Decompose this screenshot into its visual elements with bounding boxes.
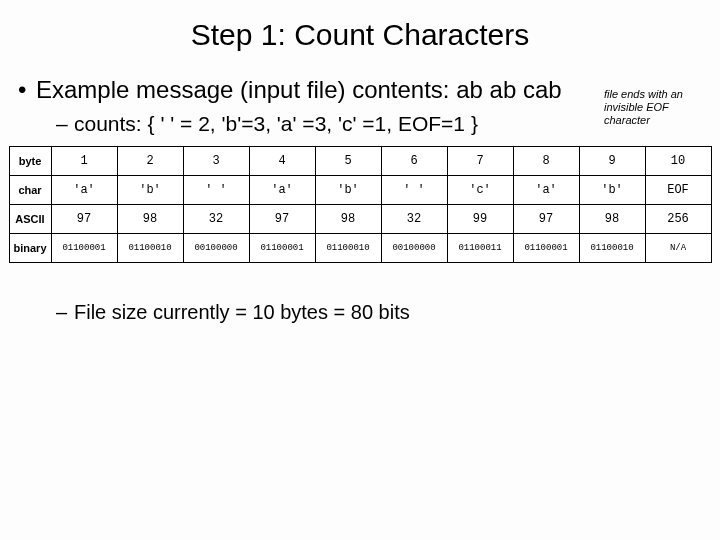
cell: 01100010 [315,233,381,262]
table-row: char 'a' 'b' ' ' 'a' 'b' ' ' 'c' 'a' 'b'… [9,175,711,204]
cell: 'a' [51,175,117,204]
cell: 01100011 [447,233,513,262]
cell: N/A [645,233,711,262]
cell: 97 [513,204,579,233]
cell: 97 [51,204,117,233]
table-row: ASCII 97 98 32 97 98 32 99 97 98 256 [9,204,711,233]
cell: 98 [315,204,381,233]
cell: ' ' [381,175,447,204]
cell: 'a' [249,175,315,204]
cell: 2 [117,146,183,175]
cell: 256 [645,204,711,233]
cell: 99 [447,204,513,233]
cell: 8 [513,146,579,175]
cell: 'b' [579,175,645,204]
cell: 98 [579,204,645,233]
cell: 01100001 [513,233,579,262]
row-header-byte: byte [9,146,51,175]
cell: 3 [183,146,249,175]
cell: 32 [381,204,447,233]
cell: 9 [579,146,645,175]
table-row: binary 01100001 01100010 00100000 011000… [9,233,711,262]
bullet-file-size: File size currently = 10 bytes = 80 bits [0,263,720,324]
cell: 01100001 [51,233,117,262]
cell: 'c' [447,175,513,204]
row-header-binary: binary [9,233,51,262]
cell: 01100010 [579,233,645,262]
cell: 'b' [315,175,381,204]
row-header-ascii: ASCII [9,204,51,233]
cell: 01100010 [117,233,183,262]
row-header-char: char [9,175,51,204]
cell: 7 [447,146,513,175]
page-title: Step 1: Count Characters [0,0,720,76]
bullet-counts: counts: { ' ' = 2, 'b'=3, 'a' =3, 'c' =1… [0,104,720,136]
cell: 6 [381,146,447,175]
cell: 00100000 [183,233,249,262]
eof-note-line-1: file ends with an [604,88,683,100]
cell: 1 [51,146,117,175]
cell: 'b' [117,175,183,204]
cell: 97 [249,204,315,233]
cell: ' ' [183,175,249,204]
cell: 32 [183,204,249,233]
cell: 01100001 [249,233,315,262]
byte-table: byte 1 2 3 4 5 6 7 8 9 10 char 'a' 'b' '… [9,146,712,263]
cell: 10 [645,146,711,175]
cell: EOF [645,175,711,204]
cell: 'a' [513,175,579,204]
table-row: byte 1 2 3 4 5 6 7 8 9 10 [9,146,711,175]
cell: 4 [249,146,315,175]
cell: 5 [315,146,381,175]
cell: 00100000 [381,233,447,262]
cell: 98 [117,204,183,233]
